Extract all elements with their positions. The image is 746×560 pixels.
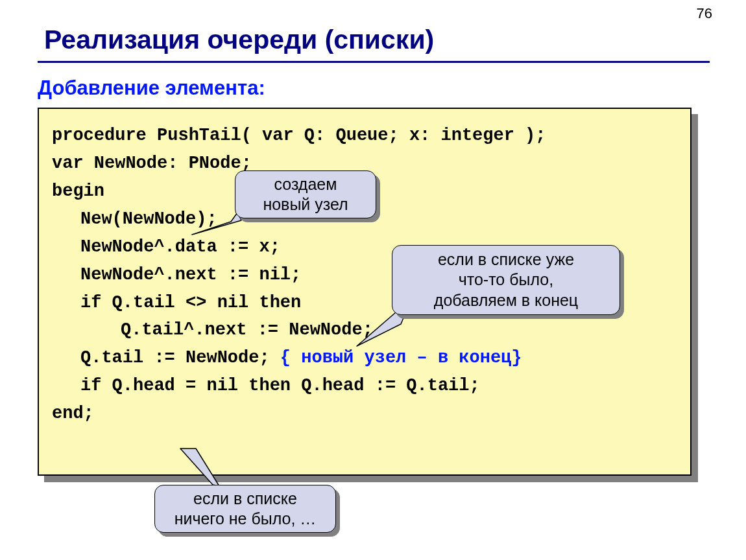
code-line: if Q.head = nil then Q.head := Q.tail; bbox=[52, 372, 677, 400]
code-line: procedure PushTail( var Q: Queue; x: int… bbox=[52, 122, 677, 150]
svg-marker-2 bbox=[180, 449, 219, 486]
callout-pointer bbox=[180, 449, 227, 489]
callout-pointer bbox=[192, 213, 244, 236]
callout-text: если в списке ничего не было, … bbox=[174, 489, 317, 530]
callout-create-node: создаем новый узел bbox=[235, 170, 376, 218]
callout-text: создаем новый узел bbox=[263, 174, 348, 215]
callout-text: если в списке уже что-то было, добавляем… bbox=[434, 250, 578, 310]
title-divider bbox=[38, 61, 710, 63]
page-number: 76 bbox=[697, 5, 712, 22]
svg-marker-0 bbox=[192, 213, 241, 235]
callout-append-tail: если в списке уже что-то было, добавляем… bbox=[392, 245, 620, 315]
code-line: end; bbox=[52, 400, 677, 428]
code-text: Q.tail := NewNode; bbox=[80, 348, 280, 368]
section-subtitle: Добавление элемента: bbox=[38, 76, 265, 100]
code-comment: { новый узел – в конец} bbox=[280, 348, 522, 368]
callout-empty-list: если в списке ничего не было, … bbox=[154, 485, 336, 533]
slide-title: Реализация очереди (списки) bbox=[44, 25, 434, 55]
